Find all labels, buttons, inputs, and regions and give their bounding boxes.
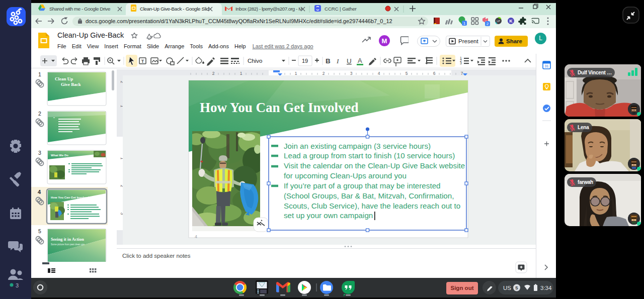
svg-text:Clean Up: Clean Up (55, 76, 73, 81)
svg-text:K: K (509, 19, 513, 24)
svg-text:M: M (382, 37, 387, 45)
svg-text:2: 2 (38, 111, 41, 117)
svg-text:“: “ (53, 116, 55, 121)
svg-text:Lead a group from start to fin: Lead a group from start to finish (10 se… (284, 151, 455, 160)
svg-text:Join an existing campaign (3 s: Join an existing campaign (3 service hou… (284, 142, 431, 150)
svg-text:31: 31 (545, 64, 549, 68)
svg-text:CCRC | Gather: CCRC | Gather (325, 6, 357, 12)
svg-text:1: 1 (463, 21, 466, 26)
svg-text:I: I (336, 57, 340, 65)
svg-text:Seeing it in Action: Seeing it in Action (51, 237, 84, 242)
svg-text:3:34: 3:34 (540, 285, 552, 291)
svg-text:3: 3 (38, 150, 41, 156)
svg-text:If you’re part of a group that: If you’re part of a group that may be in… (284, 181, 441, 190)
svg-text:How You Can Get Involved: How You Can Get Involved (51, 196, 89, 199)
svg-text:US: US (503, 285, 511, 291)
svg-text:LP: LP (497, 20, 500, 23)
svg-text:Share: Share (506, 38, 522, 44)
svg-text:5: 5 (515, 285, 518, 290)
svg-text:docs.google.com/presentation/d: docs.google.com/presentation/d/1YaN3kRLP… (86, 18, 392, 24)
svg-text:Chivo: Chivo (248, 58, 262, 64)
svg-text:4: 4 (195, 234, 197, 239)
svg-text:Some picture from past clean u: Some picture from past clean ups (51, 243, 85, 246)
svg-text:What We Do: What We Do (51, 154, 68, 157)
svg-text:(School Groups, Bar & Bat, Mit: (School Groups, Bar & Bat, Mitzvah, Conf… (284, 191, 454, 200)
svg-text:Scouts, Club Service), have th: Scouts, Club Service), have the leaders … (284, 202, 460, 210)
svg-text:A: A (358, 57, 362, 64)
svg-text:Present: Present (458, 38, 478, 44)
svg-text:Shared with me - Google Drive: Shared with me - Google Drive (49, 6, 111, 12)
svg-text:set up your own campaign: set up your own campaign (284, 211, 373, 220)
svg-text:2: 2 (487, 22, 489, 26)
svg-text:T: T (141, 59, 144, 64)
svg-text:Visit the calendar on the Clea: Visit the calendar on the Clean-Up Give … (284, 161, 465, 170)
svg-text:3: 3 (460, 61, 462, 65)
svg-text:for upcoming Clean-Ups around: for upcoming Clean-Ups around you (284, 171, 407, 180)
svg-text:Clean-Up Give-Back - Google Sl: Clean-Up Give-Back - Google Slid (140, 6, 209, 12)
svg-text:Give Back: Give Back (61, 82, 81, 87)
svg-text:19: 19 (302, 58, 308, 64)
svg-text:4: 4 (38, 189, 41, 195)
svg-text:U: U (347, 57, 352, 65)
svg-text:Inbox (282) - lperry@s207.org: Inbox (282) - lperry@s207.org - M (235, 6, 302, 12)
svg-text:1: 1 (38, 71, 41, 77)
svg-text:B: B (326, 57, 331, 65)
svg-text:3: 3 (16, 282, 19, 288)
svg-text:5: 5 (38, 228, 41, 234)
svg-text:How You Can Get Involved: How You Can Get Involved (200, 100, 359, 115)
